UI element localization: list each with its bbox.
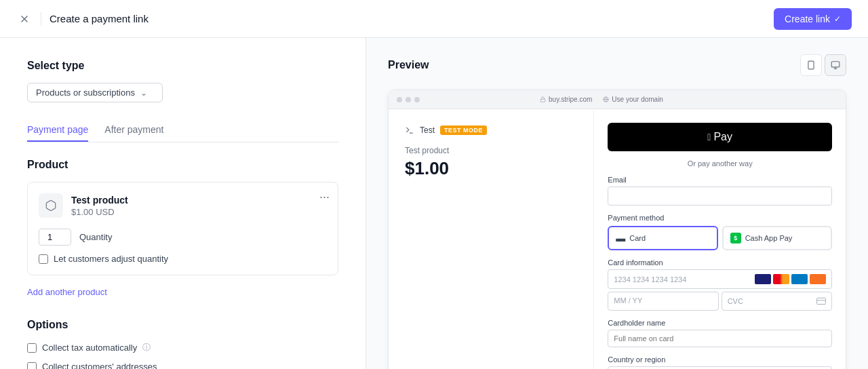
tax-checkbox[interactable] (27, 343, 37, 353)
preview-header: Preview (388, 54, 846, 76)
browser-url-left: buy.stripe.com (540, 96, 592, 103)
payment-methods: ▬ Card $ Cash App Pay (608, 226, 832, 250)
adjust-quantity-row: Let customers adjust quantity (39, 254, 327, 264)
amex-icon (791, 274, 808, 284)
browser-url-domain: Use your domain (612, 96, 663, 103)
product-price: $1.00 USD (71, 207, 128, 217)
cvc-placeholder: CVC (728, 297, 743, 305)
browser-dot-red (397, 97, 402, 102)
product-info: Test product $1.00 USD (39, 193, 327, 218)
country-select[interactable]: United States (608, 366, 832, 369)
right-panel: Preview (366, 38, 868, 369)
expiry-placeholder: MM / YY (614, 296, 642, 305)
expiry-field[interactable]: MM / YY (608, 292, 718, 311)
test-text: Test (420, 125, 435, 135)
test-badge-row: Test TEST MODE (405, 125, 577, 135)
svg-rect-5 (540, 99, 545, 102)
cardholder-input[interactable] (608, 330, 832, 347)
left-panel: Select type Products or subscriptions ⌄ … (0, 38, 366, 369)
cashapp-icon: $ (730, 233, 741, 244)
topbar-left: Create a payment link (16, 11, 149, 27)
cvc-icon (816, 296, 826, 306)
more-options-button[interactable]: ··· (319, 191, 330, 203)
mastercard-icon (773, 274, 789, 284)
apple-pay-button[interactable]:  Pay (608, 123, 832, 151)
checkmark-icon: ✓ (834, 14, 841, 24)
quantity-label: Quantity (79, 232, 112, 242)
add-product-link[interactable]: Add another product (27, 287, 107, 297)
preview-right:  Pay Or pay another way Email Payment m… (594, 109, 846, 369)
browser-url-right[interactable]: Use your domain (603, 96, 663, 103)
card-number-field[interactable]: 1234 1234 1234 1234 (608, 269, 832, 289)
close-button[interactable] (16, 11, 33, 27)
quantity-row: Quantity (39, 229, 327, 246)
chevron-down-icon: ⌄ (140, 88, 147, 98)
option-row-tax: Collect tax automatically ⓘ (27, 342, 338, 353)
card-brand-icons (755, 274, 826, 284)
preview-price: $1.00 (405, 158, 577, 179)
adjust-quantity-label: Let customers adjust quantity (54, 254, 168, 264)
card-method-button[interactable]: ▬ Card (608, 226, 717, 250)
email-label: Email (608, 176, 832, 184)
select-type-title: Select type (27, 60, 338, 72)
browser-url-area: buy.stripe.com Use your domain (540, 96, 663, 103)
options-section-title: Options (27, 319, 338, 331)
cvc-field[interactable]: CVC (722, 292, 832, 311)
discover-icon (810, 274, 826, 284)
test-mode-badge: TEST MODE (440, 125, 487, 135)
type-select-dropdown[interactable]: Products or subscriptions ⌄ (27, 83, 163, 102)
type-select-value: Products or subscriptions (36, 88, 135, 98)
browser-dot-green (414, 97, 420, 102)
adjust-quantity-checkbox[interactable] (39, 254, 48, 264)
payment-method-label: Payment method (608, 214, 832, 222)
email-input[interactable] (608, 187, 832, 206)
cashapp-method-label: Cash App Pay (745, 234, 793, 242)
tax-label: Collect tax automatically (42, 343, 137, 353)
card-number-placeholder: 1234 1234 1234 1234 (614, 275, 686, 284)
main-layout: Select type Products or subscriptions ⌄ … (0, 38, 868, 369)
apple-icon:  (707, 132, 711, 142)
browser-mockup: buy.stripe.com Use your domain (388, 90, 846, 369)
view-toggle (800, 54, 846, 76)
product-details: Test product $1.00 USD (71, 195, 128, 217)
apple-pay-label: Pay (713, 131, 732, 143)
browser-dot-yellow (406, 97, 411, 102)
create-link-button[interactable]: Create link ✓ (774, 8, 852, 30)
info-icon-tax[interactable]: ⓘ (142, 342, 151, 353)
quantity-input[interactable] (39, 229, 71, 246)
topbar: Create a payment link Create link ✓ (0, 0, 868, 38)
address-label: Collect customers' addresses (42, 362, 157, 369)
terminal-icon (405, 125, 414, 135)
card-expiry-row: MM / YY CVC (608, 292, 832, 311)
card-method-label: Card (629, 234, 646, 242)
create-link-label: Create link (785, 14, 830, 24)
tabs-container: Payment page After payment (27, 119, 338, 142)
page-title: Create a payment link (50, 13, 149, 24)
preview-content: Test TEST MODE Test product $1.00  Pay … (389, 109, 846, 369)
browser-dots (397, 97, 420, 102)
cardholder-label: Cardholder name (608, 319, 832, 327)
mobile-view-button[interactable] (800, 54, 822, 76)
country-label: Country or region (608, 355, 832, 364)
browser-url-text: buy.stripe.com (549, 96, 592, 103)
svg-rect-0 (808, 61, 814, 69)
preview-product-name: Test product (405, 146, 577, 155)
product-section-title: Product (27, 159, 338, 171)
product-icon (39, 193, 63, 218)
visa-icon (755, 274, 771, 284)
preview-title: Preview (388, 59, 429, 71)
option-row-address: Collect customers' addresses (27, 362, 338, 369)
desktop-view-button[interactable] (825, 54, 846, 76)
card-icon: ▬ (616, 233, 625, 244)
tab-payment-page[interactable]: Payment page (27, 119, 88, 142)
cashapp-method-button[interactable]: $ Cash App Pay (722, 226, 832, 250)
product-card: ··· Test product $1.00 USD Quantity Let (27, 182, 338, 275)
svg-rect-9 (817, 298, 826, 304)
or-pay-text: Or pay another way (608, 159, 832, 168)
preview-left: Test TEST MODE Test product $1.00 (389, 109, 594, 369)
topbar-divider (41, 12, 41, 26)
product-name: Test product (71, 195, 128, 206)
address-checkbox[interactable] (27, 362, 37, 370)
tab-after-payment[interactable]: After payment (104, 119, 163, 142)
card-info-label: Card information (608, 258, 832, 267)
